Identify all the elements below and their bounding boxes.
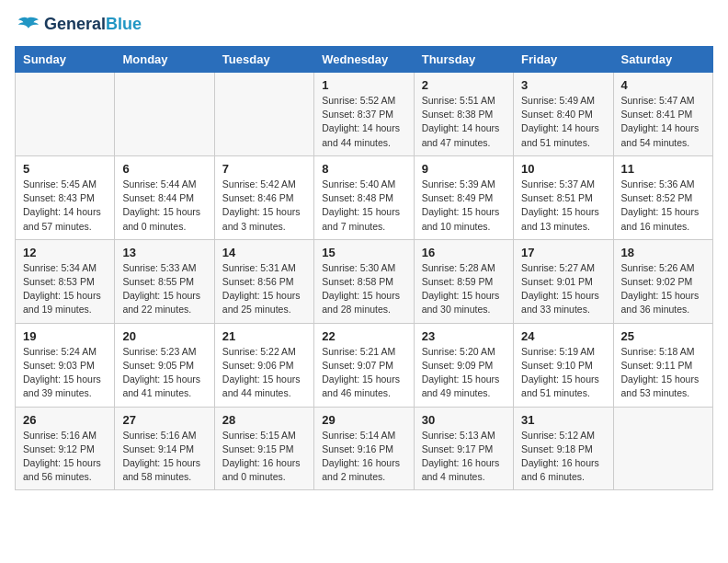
- calendar-cell-w3-d1: 12Sunrise: 5:34 AM Sunset: 8:53 PM Dayli…: [16, 239, 115, 323]
- day-number: 14: [222, 246, 306, 259]
- day-number: 7: [222, 162, 306, 176]
- cell-info: Sunrise: 5:19 AM Sunset: 9:10 PM Dayligh…: [521, 345, 605, 401]
- day-number: 9: [422, 162, 506, 176]
- header-friday: Friday: [514, 47, 613, 73]
- cell-info: Sunrise: 5:21 AM Sunset: 9:07 PM Dayligh…: [322, 345, 405, 401]
- calendar-cell-w3-d2: 13Sunrise: 5:33 AM Sunset: 8:55 PM Dayli…: [115, 239, 214, 323]
- cell-info: Sunrise: 5:28 AM Sunset: 8:59 PM Dayligh…: [422, 261, 506, 317]
- cell-info: Sunrise: 5:20 AM Sunset: 9:09 PM Dayligh…: [422, 345, 506, 401]
- cell-info: Sunrise: 5:30 AM Sunset: 8:58 PM Dayligh…: [322, 261, 405, 317]
- day-number: 17: [521, 246, 605, 259]
- cell-info: Sunrise: 5:22 AM Sunset: 9:06 PM Dayligh…: [222, 345, 306, 401]
- day-number: 5: [23, 162, 107, 176]
- cell-info: Sunrise: 5:16 AM Sunset: 9:12 PM Dayligh…: [23, 429, 107, 485]
- day-number: 13: [122, 246, 206, 259]
- day-number: 15: [322, 246, 405, 259]
- cell-info: Sunrise: 5:14 AM Sunset: 9:16 PM Dayligh…: [322, 429, 405, 485]
- day-number: 11: [621, 162, 705, 176]
- calendar-cell-w4-d2: 20Sunrise: 5:23 AM Sunset: 9:05 PM Dayli…: [115, 323, 214, 407]
- calendar-cell-w2-d5: 9Sunrise: 5:39 AM Sunset: 8:49 PM Daylig…: [414, 155, 513, 239]
- cell-info: Sunrise: 5:51 AM Sunset: 8:38 PM Dayligh…: [422, 94, 506, 150]
- calendar-header-row: SundayMondayTuesdayWednesdayThursdayFrid…: [16, 47, 713, 73]
- cell-info: Sunrise: 5:16 AM Sunset: 9:14 PM Dayligh…: [122, 429, 206, 485]
- calendar-cell-w1-d4: 1Sunrise: 5:52 AM Sunset: 8:37 PM Daylig…: [314, 73, 414, 156]
- logo-text: GeneralBlue: [44, 16, 142, 34]
- cell-info: Sunrise: 5:23 AM Sunset: 9:05 PM Dayligh…: [122, 345, 206, 401]
- calendar-cell-w2-d2: 6Sunrise: 5:44 AM Sunset: 8:44 PM Daylig…: [115, 155, 214, 239]
- calendar-cell-w3-d3: 14Sunrise: 5:31 AM Sunset: 8:56 PM Dayli…: [214, 239, 313, 323]
- day-number: 26: [23, 413, 107, 427]
- calendar-table: SundayMondayTuesdayWednesdayThursdayFrid…: [15, 46, 713, 490]
- day-number: 18: [621, 246, 705, 259]
- calendar-cell-w1-d3: [214, 73, 313, 156]
- calendar-cell-w1-d5: 2Sunrise: 5:51 AM Sunset: 8:38 PM Daylig…: [414, 73, 513, 156]
- calendar-cell-w4-d7: 25Sunrise: 5:18 AM Sunset: 9:11 PM Dayli…: [613, 323, 712, 407]
- calendar-cell-w2-d4: 8Sunrise: 5:40 AM Sunset: 8:48 PM Daylig…: [314, 155, 414, 239]
- cell-info: Sunrise: 5:31 AM Sunset: 8:56 PM Dayligh…: [222, 261, 306, 317]
- calendar-cell-w4-d4: 22Sunrise: 5:21 AM Sunset: 9:07 PM Dayli…: [314, 323, 414, 407]
- calendar-cell-w5-d4: 29Sunrise: 5:14 AM Sunset: 9:16 PM Dayli…: [314, 407, 414, 490]
- week-row-4: 19Sunrise: 5:24 AM Sunset: 9:03 PM Dayli…: [16, 323, 713, 407]
- week-row-3: 12Sunrise: 5:34 AM Sunset: 8:53 PM Dayli…: [16, 239, 713, 323]
- calendar-cell-w4-d6: 24Sunrise: 5:19 AM Sunset: 9:10 PM Dayli…: [514, 323, 613, 407]
- calendar-cell-w1-d6: 3Sunrise: 5:49 AM Sunset: 8:40 PM Daylig…: [514, 73, 613, 156]
- day-number: 6: [122, 162, 206, 176]
- cell-info: Sunrise: 5:34 AM Sunset: 8:53 PM Dayligh…: [23, 261, 107, 317]
- cell-info: Sunrise: 5:42 AM Sunset: 8:46 PM Dayligh…: [222, 178, 306, 234]
- cell-info: Sunrise: 5:33 AM Sunset: 8:55 PM Dayligh…: [122, 261, 206, 317]
- cell-info: Sunrise: 5:18 AM Sunset: 9:11 PM Dayligh…: [621, 345, 705, 401]
- day-number: 22: [322, 329, 405, 343]
- cell-info: Sunrise: 5:49 AM Sunset: 8:40 PM Dayligh…: [521, 94, 605, 150]
- header-saturday: Saturday: [613, 47, 712, 73]
- header-sunday: Sunday: [16, 47, 115, 73]
- header-thursday: Thursday: [414, 47, 513, 73]
- day-number: 21: [222, 329, 306, 343]
- day-number: 23: [422, 329, 506, 343]
- day-number: 20: [122, 329, 206, 343]
- week-row-5: 26Sunrise: 5:16 AM Sunset: 9:12 PM Dayli…: [16, 407, 713, 490]
- day-number: 2: [422, 78, 506, 92]
- calendar-cell-w2-d1: 5Sunrise: 5:45 AM Sunset: 8:43 PM Daylig…: [16, 155, 115, 239]
- calendar-cell-w1-d1: [16, 73, 115, 156]
- day-number: 24: [521, 329, 605, 343]
- cell-info: Sunrise: 5:39 AM Sunset: 8:49 PM Dayligh…: [422, 178, 506, 234]
- cell-info: Sunrise: 5:47 AM Sunset: 8:41 PM Dayligh…: [621, 94, 705, 150]
- calendar-cell-w3-d4: 15Sunrise: 5:30 AM Sunset: 8:58 PM Dayli…: [314, 239, 414, 323]
- cell-info: Sunrise: 5:15 AM Sunset: 9:15 PM Dayligh…: [222, 429, 306, 485]
- cell-info: Sunrise: 5:24 AM Sunset: 9:03 PM Dayligh…: [23, 345, 107, 401]
- calendar-cell-w4-d5: 23Sunrise: 5:20 AM Sunset: 9:09 PM Dayli…: [414, 323, 513, 407]
- day-number: 16: [422, 246, 506, 259]
- logo: GeneralBlue: [15, 15, 142, 35]
- calendar-cell-w5-d3: 28Sunrise: 5:15 AM Sunset: 9:15 PM Dayli…: [214, 407, 313, 490]
- day-number: 27: [122, 413, 206, 427]
- calendar-cell-w5-d5: 30Sunrise: 5:13 AM Sunset: 9:17 PM Dayli…: [414, 407, 513, 490]
- cell-info: Sunrise: 5:36 AM Sunset: 8:52 PM Dayligh…: [621, 178, 705, 234]
- day-number: 28: [222, 413, 306, 427]
- calendar-cell-w4-d3: 21Sunrise: 5:22 AM Sunset: 9:06 PM Dayli…: [214, 323, 313, 407]
- cell-info: Sunrise: 5:52 AM Sunset: 8:37 PM Dayligh…: [322, 94, 405, 150]
- calendar-cell-w2-d3: 7Sunrise: 5:42 AM Sunset: 8:46 PM Daylig…: [214, 155, 313, 239]
- cell-info: Sunrise: 5:40 AM Sunset: 8:48 PM Dayligh…: [322, 178, 405, 234]
- cell-info: Sunrise: 5:44 AM Sunset: 8:44 PM Dayligh…: [122, 178, 206, 234]
- cell-info: Sunrise: 5:27 AM Sunset: 9:01 PM Dayligh…: [521, 261, 605, 317]
- calendar-cell-w5-d7: [613, 407, 712, 490]
- calendar-cell-w3-d5: 16Sunrise: 5:28 AM Sunset: 8:59 PM Dayli…: [414, 239, 513, 323]
- calendar-cell-w1-d7: 4Sunrise: 5:47 AM Sunset: 8:41 PM Daylig…: [613, 73, 712, 156]
- cell-info: Sunrise: 5:13 AM Sunset: 9:17 PM Dayligh…: [422, 429, 506, 485]
- header-wednesday: Wednesday: [314, 47, 414, 73]
- day-number: 3: [521, 78, 605, 92]
- cell-info: Sunrise: 5:12 AM Sunset: 9:18 PM Dayligh…: [521, 429, 605, 485]
- calendar-cell-w2-d7: 11Sunrise: 5:36 AM Sunset: 8:52 PM Dayli…: [613, 155, 712, 239]
- day-number: 25: [621, 329, 705, 343]
- day-number: 12: [23, 246, 107, 259]
- day-number: 31: [521, 413, 605, 427]
- cell-info: Sunrise: 5:26 AM Sunset: 9:02 PM Dayligh…: [621, 261, 705, 317]
- week-row-2: 5Sunrise: 5:45 AM Sunset: 8:43 PM Daylig…: [16, 155, 713, 239]
- calendar-cell-w3-d6: 17Sunrise: 5:27 AM Sunset: 9:01 PM Dayli…: [514, 239, 613, 323]
- day-number: 8: [322, 162, 405, 176]
- calendar-cell-w4-d1: 19Sunrise: 5:24 AM Sunset: 9:03 PM Dayli…: [16, 323, 115, 407]
- day-number: 29: [322, 413, 405, 427]
- calendar-cell-w2-d6: 10Sunrise: 5:37 AM Sunset: 8:51 PM Dayli…: [514, 155, 613, 239]
- day-number: 1: [322, 78, 405, 92]
- cell-info: Sunrise: 5:37 AM Sunset: 8:51 PM Dayligh…: [521, 178, 605, 234]
